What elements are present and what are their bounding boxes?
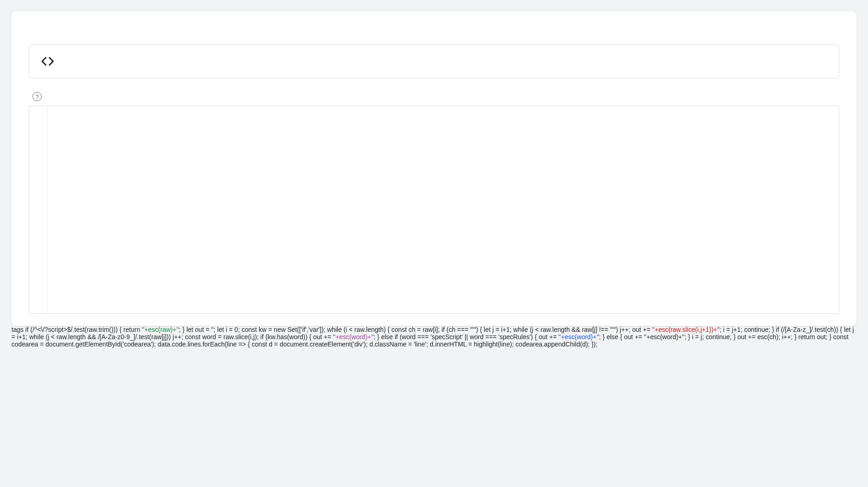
html-label-row: ?: [11, 92, 857, 106]
tag-type-selector[interactable]: [29, 44, 839, 78]
code-brackets-icon: [38, 52, 57, 70]
tag-configuration-card: ?: [11, 11, 857, 326]
tag-type-label: [11, 38, 857, 44]
panel-title: [11, 24, 857, 38]
help-icon[interactable]: ?: [33, 92, 42, 101]
html-code-editor[interactable]: [29, 106, 839, 314]
code-area[interactable]: [48, 106, 839, 314]
code-gutter: [29, 106, 48, 314]
